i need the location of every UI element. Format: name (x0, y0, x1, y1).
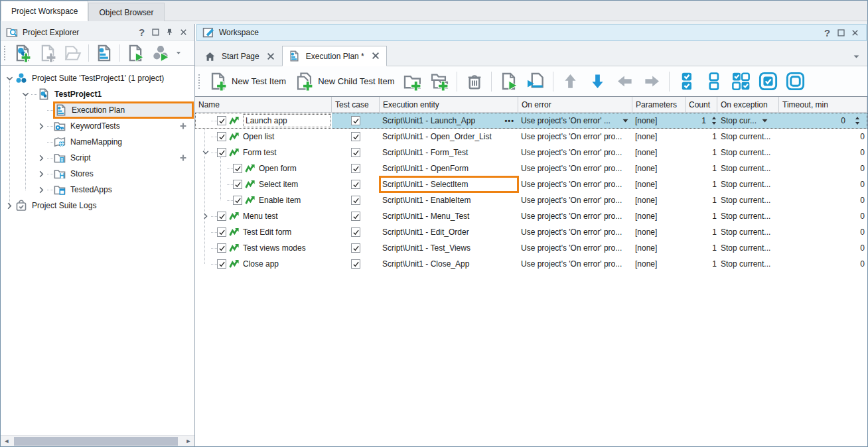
timeout-cell[interactable]: 0 (779, 160, 867, 176)
timeout-cell[interactable]: 0 (779, 129, 867, 145)
new-child-group-button[interactable] (426, 68, 453, 95)
row-checkbox[interactable] (233, 196, 242, 205)
on-exception-cell[interactable]: Stop current... (717, 192, 779, 208)
timeout-cell[interactable]: 0 (779, 113, 867, 129)
main-tab-1[interactable]: Object Browser (88, 3, 164, 21)
pin-button[interactable] (163, 26, 177, 39)
column-header[interactable]: Count (686, 97, 717, 112)
test-case-checkbox[interactable] (351, 132, 360, 141)
timeout-cell[interactable]: 0 (779, 240, 867, 256)
execution-entity-cell[interactable]: Script\Unit1 - Close_App (380, 256, 518, 272)
expander-icon[interactable] (35, 152, 47, 164)
name-cell[interactable]: Test views modes (195, 240, 332, 256)
timeout-cell[interactable]: 0 (779, 208, 867, 224)
test-case-cell[interactable] (332, 129, 380, 145)
execution-entity-cell[interactable]: Script\Unit1 - Launch_App••• (380, 113, 518, 129)
count-cell[interactable]: 1 (686, 113, 717, 129)
maximize-button[interactable] (834, 26, 848, 39)
column-header[interactable]: Name (195, 97, 332, 112)
disable-item-button[interactable] (782, 68, 809, 95)
row-checkbox[interactable] (217, 243, 226, 253)
close-button[interactable] (848, 26, 862, 39)
name-cell[interactable]: Test Edit form (195, 224, 332, 240)
test-case-checkbox[interactable] (351, 164, 360, 173)
horizontal-scrollbar[interactable]: ◄ ► (1, 435, 194, 446)
test-case-cell[interactable] (332, 224, 380, 240)
count-cell[interactable]: 1 (686, 129, 717, 145)
dropdown-icon[interactable] (622, 119, 628, 123)
close-tab-icon[interactable] (267, 52, 275, 61)
test-case-checkbox[interactable] (351, 196, 360, 205)
column-header[interactable]: Test case (332, 97, 380, 112)
execution-entity-cell[interactable]: Script\Unit1 - Test_Views (380, 240, 518, 256)
on-error-cell[interactable]: Use project's 'On error' pro... (518, 145, 632, 160)
main-tab-0[interactable]: Project Workspace (1, 1, 88, 21)
grid-row[interactable]: Form test Script\Unit1 - Form_Test Use p… (195, 145, 867, 160)
run-project-button[interactable] (123, 42, 148, 64)
close-button[interactable] (177, 26, 190, 39)
count-cell[interactable]: 1 (686, 256, 717, 272)
expander-icon[interactable] (35, 168, 47, 180)
on-exception-cell[interactable]: Stop cur... (717, 113, 779, 129)
row-checkbox[interactable] (233, 164, 242, 173)
test-case-checkbox[interactable] (351, 180, 360, 189)
test-case-cell[interactable] (332, 145, 380, 160)
parameters-cell[interactable]: [none] (632, 176, 686, 192)
count-cell[interactable]: 1 (686, 192, 717, 208)
name-cell[interactable]: Enable item (195, 192, 332, 208)
parameters-cell[interactable]: [none] (632, 240, 686, 256)
execution-entity-cell[interactable]: Script\Unit1 - Form_Test (380, 145, 518, 160)
expander-icon[interactable] (3, 72, 15, 84)
on-error-cell[interactable]: Use project's 'On error' ... (518, 113, 632, 129)
name-cell[interactable]: Open form (195, 160, 332, 176)
on-error-cell[interactable]: Use project's 'On error' pro... (518, 224, 632, 240)
move-down-button[interactable] (584, 68, 611, 95)
parameters-cell[interactable]: [none] (632, 129, 686, 145)
add-icon[interactable] (179, 153, 188, 162)
expander-icon[interactable] (19, 88, 31, 100)
count-cell[interactable]: 1 (686, 224, 717, 240)
expander-icon[interactable] (3, 200, 15, 212)
doc-tab-1[interactable]: Execution Plan * (282, 46, 387, 66)
open-file-button[interactable] (60, 42, 86, 64)
on-error-cell[interactable]: Use project's 'On error' pro... (518, 240, 632, 256)
dropdown-icon[interactable] (762, 119, 768, 123)
maximize-button[interactable] (149, 26, 163, 39)
add-file-button[interactable] (35, 42, 60, 64)
expander-icon[interactable] (200, 211, 211, 222)
new-child-test-item-button[interactable]: New Child Test Item (291, 68, 399, 95)
toolbar-grip[interactable] (4, 46, 7, 60)
spinner[interactable] (855, 115, 860, 126)
move-up-button[interactable] (557, 68, 584, 95)
doc-tab-0[interactable]: Start Page (198, 46, 282, 66)
test-case-cell[interactable] (332, 176, 380, 192)
spinner[interactable] (711, 115, 717, 126)
parameters-cell[interactable]: [none] (632, 208, 686, 224)
test-case-checkbox[interactable] (351, 227, 360, 237)
row-checkbox[interactable] (217, 132, 226, 141)
close-tab-icon[interactable] (372, 52, 380, 60)
execution-entity-cell[interactable]: Script\Unit1 - EnableItem (380, 192, 518, 208)
on-exception-cell[interactable]: Stop current... (717, 129, 779, 145)
parameters-cell[interactable]: [none] (632, 224, 686, 240)
test-case-cell[interactable] (332, 113, 380, 129)
on-exception-cell[interactable]: Stop current... (717, 208, 779, 224)
test-case-checkbox[interactable] (351, 259, 360, 269)
tree-item[interactable]: KeywordTests (1, 118, 194, 134)
grid-row[interactable]: Close app Script\Unit1 - Close_App Use p… (195, 256, 867, 272)
parameters-cell[interactable]: [none] (632, 160, 686, 176)
tree-item[interactable]: Project Suite Logs (1, 198, 194, 214)
tree-item[interactable]: Execution Plan (1, 102, 194, 118)
grid-row[interactable]: Test views modes Script\Unit1 - Test_Vie… (195, 240, 867, 256)
row-checkbox[interactable] (217, 148, 226, 157)
test-case-cell[interactable] (332, 240, 380, 256)
tree-item[interactable]: Script (1, 150, 194, 166)
name-cell[interactable]: Open list (195, 129, 332, 145)
row-checkbox[interactable] (217, 116, 226, 125)
timeout-cell[interactable]: 0 (779, 224, 867, 240)
column-header[interactable]: Execution entity (380, 97, 518, 112)
on-error-cell[interactable]: Use project's 'On error' pro... (518, 176, 632, 192)
delete-button[interactable] (461, 68, 488, 95)
row-checkbox[interactable] (217, 259, 226, 269)
on-exception-cell[interactable]: Stop current... (717, 240, 779, 256)
